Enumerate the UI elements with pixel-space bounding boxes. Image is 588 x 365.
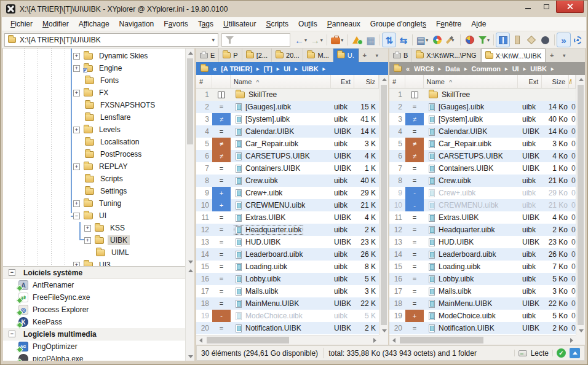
title-bar[interactable]: X:\[A TRIER]\[T]\UI\UIBK - XYplorer @ XY… [1,1,587,17]
file-row[interactable]: 9+Crew+.uibkuibk29 K [196,187,379,199]
file-row[interactable]: 15=Loading.uibkuibk7 Ko0 [389,261,576,273]
file-row[interactable]: 3≠[System].uibkuibk41 K [196,113,379,125]
file-row[interactable]: 12=Headquarter.uibkuibk2 K [196,224,379,236]
column-header-item[interactable]: # [389,75,405,88]
file-row[interactable]: 18=MainMenu.UIBKUIBK22 Ko0 [389,297,576,310]
scroll-right-button[interactable] [567,336,576,345]
scroll-left-button[interactable] [196,336,205,345]
column-header-sync[interactable] [212,75,231,88]
scrollbar-thumb[interactable] [207,337,289,343]
scroll-up-button[interactable] [186,49,194,57]
file-row[interactable]: 1SkillTree [389,88,576,101]
scroll-down-button[interactable] [186,257,194,266]
file-row[interactable]: 11=Extras.UIBKUIBK4 Ko0 [389,211,576,224]
file-row[interactable]: 5≠Car_Repair.uibkuibk3 Ko0 [389,138,576,150]
tree-expander[interactable]: + [73,65,80,72]
menu-item-groupe-d-onglets[interactable]: Groupe d'onglets [365,18,431,30]
file-row[interactable]: 19+ModeChoice.uibkuibk5 Ko0 [389,310,576,322]
tab-list-dropdown[interactable]: ▾ [558,49,570,62]
tree-expander[interactable]: + [73,200,80,207]
menu-item-modifier[interactable]: Modifier [38,18,74,30]
forward-button[interactable]: →▾ [309,33,325,47]
tab-p[interactable]: P [219,49,242,62]
autosync-scroll-button[interactable]: ⇅ [382,33,396,47]
menu-item-utilisateur[interactable]: Utilisateur [218,18,261,30]
catalog-item-picopalpha-exe[interactable]: picoPAlpha.exe [3,353,194,361]
dark-circle-button[interactable] [538,33,552,47]
tree-item-ui[interactable]: −UI [3,210,185,222]
tree-item-uibk[interactable]: +UIBK [3,234,185,246]
report-button[interactable]: ▤▾ [415,33,430,47]
file-row[interactable]: 5≠Car_Repair.uibkuibk3 K [196,138,379,150]
file-row[interactable]: 20=Notification.UIBKUIBK2 Ko0 [389,322,576,334]
file-row[interactable]: 2=[Gauges].uibkuibk14 Ko0 [389,101,576,113]
file-row[interactable]: 8=Crew.uibkuibk21 Ko0 [389,175,576,187]
catalog-item-keepass[interactable]: KKeePass [3,316,194,328]
breadcrumb-item-a-trier[interactable]: [A TRIER] [221,65,252,73]
tree-item-ui3[interactable]: +UI3 [3,259,185,266]
tree-expander[interactable]: + [73,90,80,96]
breadcrumb-back[interactable]: « [406,65,410,73]
tree-item-tuning[interactable]: +Tuning [3,197,185,210]
column-header-name[interactable]: Name^ [231,75,331,88]
breadcrumb-item-ui[interactable]: UI [284,65,290,73]
close-button[interactable] [556,1,584,13]
filter-input[interactable] [221,33,290,47]
menu-item-fichier[interactable]: Fichier [6,18,38,30]
file-row[interactable]: 7=Containers.UIBKUIBK1 Ko0 [389,162,576,175]
tab-u[interactable]: U. [333,49,359,62]
file-row[interactable]: 6≠CARSETUPS.UIBKUIBK4 Ko0 [389,150,576,162]
sync-browse-button[interactable]: ⇆ [396,33,410,47]
vertical-scrollbar[interactable] [576,75,585,335]
file-row[interactable]: 4=Calendar.UIBKUIBK14 Ko0 [389,125,576,138]
menu-item-scripts[interactable]: Scripts [261,18,293,30]
tree-expander[interactable]: + [84,237,91,244]
column-header-m[interactable]: M [569,75,576,88]
file-row[interactable]: 11=Extras.UIBKUIBK4 K [196,211,379,224]
settings-button[interactable] [571,33,585,47]
pinwheel-button[interactable] [430,33,444,47]
file-row[interactable]: 10+CREWMENU.uibkuibk21 K [196,199,379,211]
scroll-up-button[interactable] [379,75,389,84]
tree-scrollbar[interactable] [185,49,194,266]
file-row[interactable]: 10-CREWMENU.uibkuibk21 Ko0 [389,199,576,211]
scroll-down-button[interactable] [379,326,389,335]
tab-20[interactable]: 20... [272,49,303,62]
catalog-item-antrenamer[interactable]: AAntRenamer [3,279,194,291]
pie-chart-button[interactable] [463,33,477,47]
column-header-name[interactable]: Name^ [424,75,518,88]
catalog-section-loiciels-syst-me[interactable]: −Loiciels système [3,267,194,279]
file-row[interactable]: 4=Calendar.UIBKUIBK14 K [196,125,379,138]
tree-expander[interactable]: + [73,163,80,170]
tree-expander[interactable]: + [73,127,80,133]
breadcrumb-item-data[interactable]: Data [445,65,460,73]
breadcrumb-item-common[interactable]: Common [471,65,501,73]
menu-item-favoris[interactable]: Favoris [159,18,193,30]
file-row[interactable]: 20=Notification.UIBKUIBK2 K [196,322,379,334]
column-header-sync[interactable] [405,75,424,88]
file-row[interactable]: 13=HUD.UIBKUIBK23 K [196,236,379,248]
file-row[interactable]: 17=Mails.uibkuibk3 Ko0 [389,285,576,297]
horizontal-scrollbar[interactable] [196,335,379,345]
tab-list-dropdown[interactable]: ▾ [371,49,383,62]
scrollbar-thumb[interactable] [400,337,483,343]
scroll-up-button[interactable] [186,266,195,275]
tree-item-lensflare[interactable]: Lensflare [3,111,185,124]
filter-button[interactable]: ▾ [477,33,491,47]
file-row[interactable]: 6≠CARSETUPS.UIBKUIBK4 K [196,150,379,162]
scroll-down-button[interactable] [576,326,586,335]
scrollbar-thumb[interactable] [187,58,193,144]
maximize-button[interactable] [538,1,555,13]
diamond-button[interactable] [524,33,538,47]
column-header-size[interactable]: Size [542,75,569,88]
scroll-up-button[interactable] [576,75,586,84]
catalog-toggle-button[interactable]: » [557,33,571,47]
tab-x-kt-wr-png[interactable]: X:\Kt\WR...\PNG [412,49,480,62]
dual-pane-button[interactable] [496,33,510,47]
tree-expander[interactable]: + [73,262,80,267]
file-row[interactable]: 14=Leaderboard.uibkuibk26 Ko0 [389,248,576,261]
section-expander[interactable]: − [9,269,15,276]
tree-item-scripts[interactable]: Scripts [3,173,185,185]
address-dropdown-icon[interactable]: ▾ [212,37,215,43]
breadcrumb-item-uibk[interactable]: UIBK [302,65,319,73]
